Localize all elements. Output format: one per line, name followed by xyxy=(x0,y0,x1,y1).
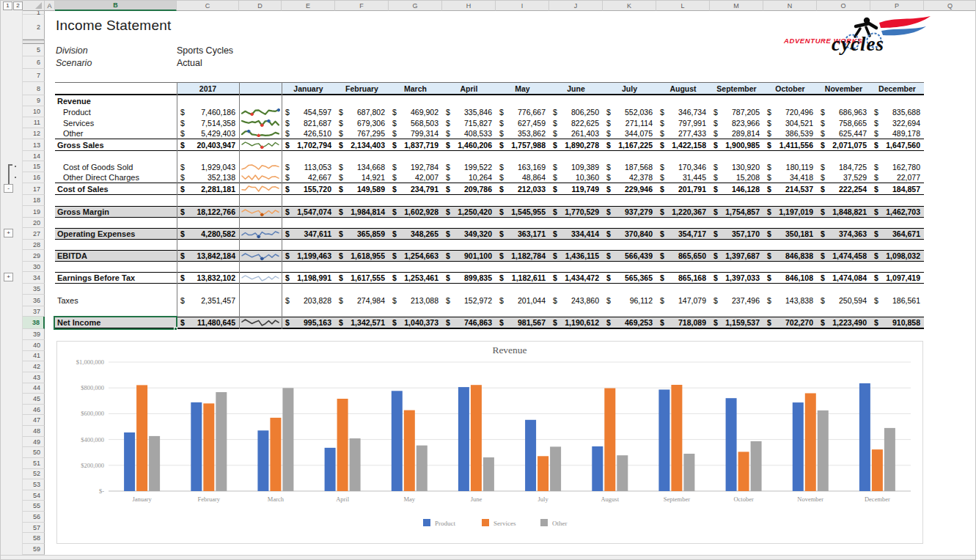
cell-services-june[interactable]: $822,625 xyxy=(549,117,603,128)
cell-other-direct-charges-november[interactable]: $37,529 xyxy=(817,172,870,183)
row-header-43[interactable]: 43 xyxy=(23,372,45,383)
cell-other-direct-charges-january[interactable]: $42,667 xyxy=(282,172,335,183)
column-header-g[interactable]: G xyxy=(389,1,442,11)
cell-operating-expenses-june[interactable]: $334,414 xyxy=(549,229,603,239)
cell-other-direct-charges-june[interactable]: $10,360 xyxy=(549,172,603,183)
cell-product-august[interactable]: $346,734 xyxy=(656,106,710,117)
cell-total-gross-sales[interactable]: $20,403,947 xyxy=(177,139,239,150)
cell-cost-of-goods-sold-february[interactable]: $134,668 xyxy=(335,161,389,172)
month-header-december[interactable]: December xyxy=(870,83,924,94)
cell-cost-of-goods-sold-september[interactable]: $130,920 xyxy=(710,161,763,172)
cell-total-gross-margin[interactable]: $18,122,766 xyxy=(177,207,239,217)
cell-other-direct-charges-march[interactable]: $42,007 xyxy=(389,172,442,183)
cell-total-cost-of-sales[interactable]: $2,281,181 xyxy=(177,183,239,194)
cell-gross-margin-september[interactable]: $1,754,857 xyxy=(710,207,763,217)
cell-taxes-may[interactable]: $201,044 xyxy=(496,295,549,306)
row-header-12[interactable]: 12 xyxy=(23,128,45,139)
month-header-july[interactable]: July xyxy=(603,83,656,94)
cell-ebitda-august[interactable]: $865,650 xyxy=(656,251,710,261)
bar-other-november[interactable] xyxy=(818,410,829,491)
column-header-n[interactable]: N xyxy=(763,1,817,11)
sparkline-cell[interactable] xyxy=(239,295,282,306)
cell-net-income-march[interactable]: $1,040,373 xyxy=(389,317,442,328)
sparkline-cell[interactable] xyxy=(239,273,282,283)
cell-net-income-october[interactable]: $702,270 xyxy=(763,317,817,328)
cell-earnings-before-tax-september[interactable]: $1,397,033 xyxy=(710,273,763,283)
row-label-net-income[interactable]: Net Income xyxy=(55,317,177,328)
cell-cost-of-goods-sold-may[interactable]: $163,169 xyxy=(496,161,549,172)
cell-earnings-before-tax-august[interactable]: $865,168 xyxy=(656,273,710,283)
bar-other-april[interactable] xyxy=(350,438,361,491)
bar-product-august[interactable] xyxy=(592,446,603,491)
cell-operating-expenses-january[interactable]: $347,611 xyxy=(282,229,335,239)
cell-net-income-january[interactable]: $995,163 xyxy=(282,317,335,328)
cell-other-november[interactable]: $625,447 xyxy=(817,128,870,139)
sparkline-cell[interactable] xyxy=(239,139,282,150)
row-label-product[interactable]: Product xyxy=(55,106,177,117)
cell-taxes-february[interactable]: $274,984 xyxy=(335,295,389,306)
row-header-28[interactable]: 28 xyxy=(23,240,45,250)
month-header-january[interactable]: January xyxy=(282,83,335,94)
cell-other-august[interactable]: $277,433 xyxy=(656,128,710,139)
column-header-k[interactable]: K xyxy=(603,1,656,11)
row-header-42[interactable]: 42 xyxy=(23,361,45,372)
outline-level-1-button[interactable]: 1 xyxy=(3,1,12,10)
row-header-40[interactable]: 40 xyxy=(23,340,45,351)
bar-other-july[interactable] xyxy=(550,446,561,491)
cell-cost-of-sales-september[interactable]: $146,128 xyxy=(710,183,763,194)
column-header-i[interactable]: I xyxy=(496,1,549,11)
row-label-cost-of-sales[interactable]: Cost of Sales xyxy=(55,183,177,194)
cell-gross-sales-june[interactable]: $1,890,278 xyxy=(549,139,603,150)
cell-operating-expenses-september[interactable]: $357,170 xyxy=(710,229,763,239)
cell-ebitda-april[interactable]: $901,100 xyxy=(442,251,496,261)
row-header-59[interactable]: 59 xyxy=(23,544,45,555)
cell-gross-margin-august[interactable]: $1,220,367 xyxy=(656,207,710,217)
cell-total-operating-expenses[interactable]: $4,280,582 xyxy=(177,229,239,239)
row-label-gross-margin[interactable]: Gross Margin xyxy=(55,207,177,217)
cell-earnings-before-tax-april[interactable]: $899,835 xyxy=(442,273,496,283)
cell-cost-of-sales-november[interactable]: $222,254 xyxy=(817,183,870,194)
cell-other-april[interactable]: $408,533 xyxy=(442,128,496,139)
bar-other-february[interactable] xyxy=(216,392,227,491)
column-header-l[interactable]: L xyxy=(656,1,710,11)
bar-product-october[interactable] xyxy=(726,398,737,491)
cell-other-september[interactable]: $289,814 xyxy=(710,128,763,139)
row-header-39[interactable]: 39 xyxy=(23,329,45,340)
cell-other-october[interactable]: $386,539 xyxy=(763,128,817,139)
cell-net-income-july[interactable]: $469,253 xyxy=(603,317,656,328)
sparkline-cell[interactable] xyxy=(239,207,282,217)
legend-swatch-other[interactable] xyxy=(540,519,548,526)
cell-cost-of-sales-march[interactable]: $234,791 xyxy=(389,183,442,194)
column-header-j[interactable]: J xyxy=(549,1,603,11)
bar-services-march[interactable] xyxy=(270,418,281,491)
cell-earnings-before-tax-may[interactable]: $1,182,611 xyxy=(496,273,549,283)
cell-net-income-august[interactable]: $718,089 xyxy=(656,317,710,328)
cell-gross-margin-december[interactable]: $1,462,703 xyxy=(870,207,924,217)
cell-cost-of-goods-sold-april[interactable]: $199,522 xyxy=(442,161,496,172)
cell-ebitda-november[interactable]: $1,474,458 xyxy=(817,251,870,261)
row-header-49[interactable]: 49 xyxy=(23,437,45,448)
cell-other-direct-charges-august[interactable]: $31,445 xyxy=(656,172,710,183)
row-header-10[interactable]: 10 xyxy=(23,106,45,117)
cell-operating-expenses-may[interactable]: $363,171 xyxy=(496,229,549,239)
cell-other-direct-charges-may[interactable]: $48,864 xyxy=(496,172,549,183)
row-header-51[interactable]: 51 xyxy=(23,458,45,469)
row-header-19[interactable]: 19 xyxy=(23,206,45,218)
cell-gross-sales-september[interactable]: $1,900,985 xyxy=(710,139,763,150)
cell-gross-margin-april[interactable]: $1,250,420 xyxy=(442,207,496,217)
cell-services-september[interactable]: $823,966 xyxy=(710,117,763,128)
bar-services-august[interactable] xyxy=(604,388,615,491)
cell-operating-expenses-february[interactable]: $365,859 xyxy=(335,229,389,239)
cell-net-income-december[interactable]: $910,858 xyxy=(870,317,924,328)
cell-net-income-april[interactable]: $746,863 xyxy=(442,317,496,328)
cell-operating-expenses-november[interactable]: $374,363 xyxy=(817,229,870,239)
revenue-chart[interactable]: $-$200,000$400,000$600,000$800,000$1,000… xyxy=(56,341,923,544)
bar-product-march[interactable] xyxy=(257,430,268,491)
sparkline-cell[interactable] xyxy=(239,183,282,194)
row-header-57[interactable]: 57 xyxy=(23,523,45,534)
row-label-revenue[interactable]: Revenue xyxy=(55,95,177,106)
row-header-58[interactable]: 58 xyxy=(23,533,45,544)
cell-product-march[interactable]: $469,902 xyxy=(389,106,442,117)
column-header-d[interactable]: D xyxy=(239,1,282,11)
cell-taxes-november[interactable]: $250,594 xyxy=(817,295,870,306)
